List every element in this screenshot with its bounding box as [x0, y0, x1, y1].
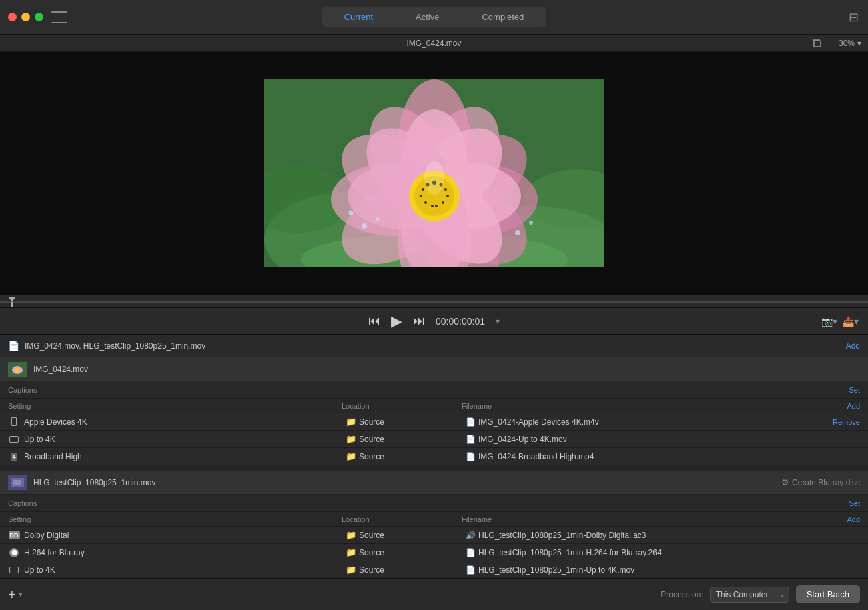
bottom-bar: + ▾ Process on: This Computer Other Comp… [0, 578, 868, 610]
location-text-1-1: Source [359, 417, 384, 427]
skip-forward-button[interactable]: ⏭ [413, 314, 425, 328]
job-header-title: IMG_0424.mov, HLG_testClip_1080p25_1min.… [25, 341, 841, 351]
bluray-btn[interactable]: ⚙ Create Blu-ray disc [781, 477, 860, 487]
tab-active[interactable]: Active [394, 9, 460, 25]
svg-point-45 [15, 368, 19, 372]
file-name-1: IMG_0424.mov [33, 365, 860, 374]
add-chevron-button[interactable]: ▾ [19, 590, 23, 599]
close-button[interactable] [8, 13, 17, 21]
col-filename-label: Filename [462, 402, 847, 410]
preview-canvas [0, 52, 868, 295]
setting-row-2-1: DD Dolby Digital 📁 Source 🔊 HLG_testClip… [0, 527, 868, 544]
captions-set-btn-2[interactable]: Set [849, 499, 860, 507]
process-select[interactable]: This Computer Other Computer [710, 587, 789, 603]
start-batch-button[interactable]: Start Batch [796, 585, 860, 603]
col-headers-1: Setting Location Filename Add [0, 399, 868, 413]
minimize-button[interactable] [21, 13, 30, 21]
preview-topbar: IMG_0424.mov ⧠ 30% ▾ [0, 35, 868, 52]
setting-row-1-2: Up to 4K 📁 Source 📄 IMG_0424-Up to 4K.mo… [0, 431, 868, 448]
setting-row-2-2: ⬤ H.264 for Blu-ray 📁 Source 📄 HLG_testC… [0, 544, 868, 561]
filename-text-1-1: IMG_0424-Apple Devices 4K.m4v [478, 417, 599, 427]
phone-icon [8, 417, 20, 427]
setting-name-1-1: Apple Devices 4K [24, 417, 346, 427]
job-add-button[interactable]: Add [846, 341, 860, 351]
svg-point-37 [362, 223, 367, 229]
captions-label-1: Captions [8, 386, 849, 394]
filename-text-1-3: IMG_0424-Broadband High.mp4 [478, 452, 594, 461]
job-header: 📄 IMG_0424.mov, HLG_testClip_1080p25_1mi… [0, 335, 868, 357]
preview-image [264, 79, 604, 267]
split-view-icon[interactable]: ⧠ [812, 38, 821, 49]
svg-point-29 [444, 188, 447, 191]
job-icon: 📄 [8, 341, 19, 351]
file-row-1: IMG_0424.mov [0, 357, 868, 381]
remove-btn-1-1[interactable]: Remove [833, 418, 860, 426]
file-thumb-2 [8, 475, 27, 490]
preview-area: IMG_0424.mov ⧠ 30% ▾ [0, 35, 868, 295]
captions-set-btn-1[interactable]: Set [849, 386, 860, 394]
folder-icon-3: 📁 [346, 451, 356, 461]
setting-name-2-2: H.264 for Blu-ray [24, 548, 346, 557]
setting-name-2-3: Up to 4K [24, 565, 346, 575]
filename-text-2-1: HLG_testClip_1080p25_1min-Dolby Digital.… [478, 531, 646, 540]
scrubber-area[interactable] [0, 295, 868, 308]
traffic-lights [0, 13, 43, 21]
location-cell-1-3: 📁 Source [346, 451, 466, 461]
timecode-dropdown[interactable]: ▾ [496, 317, 500, 326]
num4-icon: 4 [8, 452, 20, 461]
file-icon-1-2: 📄 [466, 435, 476, 444]
filename-cell-2-1: 🔊 HLG_testClip_1080p25_1min-Dolby Digita… [466, 531, 860, 540]
file-icon-2-3: 📄 [466, 565, 476, 575]
add-button[interactable]: + [8, 588, 16, 601]
filename-cell-1-2: 📄 IMG_0424-Up to 4K.mov [466, 435, 860, 444]
location-text-2-2: Source [359, 548, 384, 557]
location-text-2-1: Source [359, 531, 384, 540]
col-location-label-2: Location [342, 515, 462, 523]
folder-icon-6: 📁 [346, 565, 356, 575]
file-section-2: HLG_testClip_1080p25_1min.mov ⚙ Create B… [0, 471, 868, 578]
svg-point-31 [446, 195, 449, 197]
camera-icon-2 [8, 565, 20, 575]
file-section-1: IMG_0424.mov Captions Set Setting Locati… [0, 357, 868, 465]
timecode[interactable]: 00:00:00:01 [436, 316, 485, 327]
tab-completed[interactable]: Completed [460, 9, 545, 25]
file-row-2: HLG_testClip_1080p25_1min.mov ⚙ Create B… [0, 471, 868, 495]
file-icon-1-3: 📄 [466, 452, 476, 461]
setting-row-2-3: Up to 4K 📁 Source 📄 HLG_testClip_1080p25… [0, 561, 868, 578]
svg-point-41 [529, 221, 533, 225]
filename-cell-2-2: 📄 HLG_testClip_1080p25_1min-H.264 for Bl… [466, 548, 860, 557]
sidebar-toggle[interactable] [51, 11, 67, 23]
titlebar-right: ⊟ [849, 10, 859, 25]
skip-back-button[interactable]: ⏮ [368, 314, 380, 328]
titlebar: Current Active Completed ⊟ [0, 0, 868, 35]
svg-point-35 [435, 205, 438, 207]
svg-point-39 [348, 211, 353, 215]
preview-zoom[interactable]: 30% ▾ [839, 39, 861, 48]
process-label: Process on: [661, 590, 703, 599]
dd-icon: DD [8, 531, 20, 540]
bluray-disc-icon: ⬤ [8, 548, 20, 557]
setting-row-1-3: 4 Broadband High 📁 Source 📄 IMG_0424-Bro… [0, 448, 868, 465]
settings-icon[interactable]: ⊟ [849, 11, 859, 24]
svg-point-30 [422, 188, 424, 191]
tab-current[interactable]: Current [323, 9, 394, 25]
scrubber-track[interactable] [0, 301, 868, 303]
file-name-2: HLG_testClip_1080p25_1min.mov [33, 478, 775, 487]
svg-point-34 [424, 201, 427, 204]
settings-add-btn-2[interactable]: Add [847, 515, 860, 523]
filename-cell-1-1: 📄 IMG_0424-Apple Devices 4K.m4v Remove [466, 417, 860, 427]
settings-add-btn-1[interactable]: Add [847, 402, 860, 410]
captions-row-2: Captions Set [0, 495, 868, 512]
filename-cell-2-3: 📄 HLG_testClip_1080p25_1min-Up to 4K.mov [466, 565, 860, 575]
svg-point-32 [420, 195, 422, 197]
filename-cell-1-3: 📄 IMG_0424-Broadband High.mp4 [466, 452, 860, 461]
location-cell-1-1: 📁 Source [346, 417, 466, 427]
maximize-button[interactable] [35, 13, 43, 21]
play-button[interactable]: ▶ [391, 313, 402, 330]
setting-name-1-3: Broadband High [24, 452, 346, 461]
transport-bar: ⏮ ▶ ⏭ 00:00:00:01 ▾ 📷▾ 📤▾ [0, 308, 868, 335]
snapshot-button[interactable]: 📷▾ [821, 316, 837, 327]
transport-right: 📷▾ 📤▾ [821, 316, 859, 327]
location-cell-2-3: 📁 Source [346, 565, 466, 575]
send-button[interactable]: 📤▾ [843, 316, 859, 327]
